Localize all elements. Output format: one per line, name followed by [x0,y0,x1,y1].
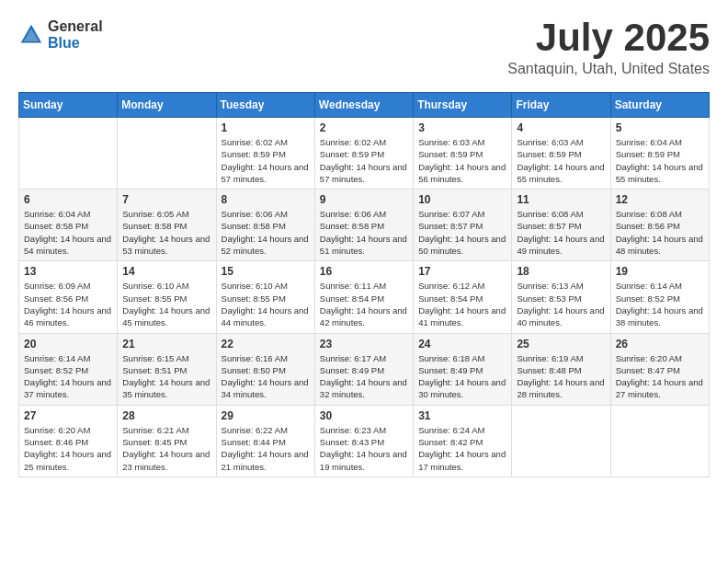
day-info: Sunrise: 6:22 AMSunset: 8:44 PMDaylight:… [222,425,309,472]
day-info: Sunrise: 6:20 AMSunset: 8:47 PMDaylight:… [616,353,703,400]
day-info: Sunrise: 6:15 AMSunset: 8:51 PMDaylight:… [122,353,210,400]
calendar-cell: 22 Sunrise: 6:16 AMSunset: 8:50 PMDaylig… [216,333,314,405]
calendar-cell: 26 Sunrise: 6:20 AMSunset: 8:47 PMDaylig… [610,333,709,405]
day-number: 23 [320,338,408,350]
calendar-cell: 19 Sunrise: 6:14 AMSunset: 8:52 PMDaylig… [610,261,709,333]
calendar-cell [512,405,610,477]
logo: General Blue [18,18,103,51]
calendar-cell: 21 Sunrise: 6:15 AMSunset: 8:51 PMDaylig… [118,333,216,405]
logo-icon [18,22,44,48]
calendar-cell: 9 Sunrise: 6:06 AMSunset: 8:58 PMDayligh… [314,190,413,261]
day-number: 21 [122,338,210,350]
day-info: Sunrise: 6:19 AMSunset: 8:48 PMDaylight:… [517,353,604,400]
day-number: 5 [616,121,704,134]
day-info: Sunrise: 6:13 AMSunset: 8:53 PMDaylight:… [517,281,604,327]
calendar-cell: 18 Sunrise: 6:13 AMSunset: 8:53 PMDaylig… [512,261,610,333]
weekday-header: Monday [118,93,216,118]
day-number: 17 [418,265,506,278]
day-number: 13 [24,265,112,278]
calendar-cell: 5 Sunrise: 6:04 AMSunset: 8:59 PMDayligh… [610,118,709,190]
logo-text: General Blue [48,18,103,51]
calendar-cell: 28 Sunrise: 6:21 AMSunset: 8:45 PMDaylig… [118,405,216,477]
day-number: 11 [517,193,605,206]
day-info: Sunrise: 6:11 AMSunset: 8:54 PMDaylight:… [320,281,407,327]
day-info: Sunrise: 6:14 AMSunset: 8:52 PMDaylight:… [24,353,111,400]
day-info: Sunrise: 6:09 AMSunset: 8:56 PMDaylight:… [24,281,111,327]
calendar-week-row: 27 Sunrise: 6:20 AMSunset: 8:46 PMDaylig… [19,405,710,477]
day-info: Sunrise: 6:10 AMSunset: 8:55 PMDaylight:… [122,281,210,327]
calendar-week-row: 20 Sunrise: 6:14 AMSunset: 8:52 PMDaylig… [19,333,710,405]
day-number: 10 [418,193,506,206]
day-info: Sunrise: 6:03 AMSunset: 8:59 PMDaylight:… [517,137,604,184]
day-number: 4 [517,121,605,134]
logo-general: General [48,18,103,35]
weekday-header: Wednesday [314,93,413,118]
day-number: 1 [222,121,310,134]
day-number: 2 [320,121,408,134]
calendar-cell: 13 Sunrise: 6:09 AMSunset: 8:56 PMDaylig… [19,261,118,333]
calendar-cell: 7 Sunrise: 6:05 AMSunset: 8:58 PMDayligh… [118,190,216,261]
day-number: 7 [122,193,210,206]
calendar-cell: 14 Sunrise: 6:10 AMSunset: 8:55 PMDaylig… [118,261,216,333]
calendar-week-row: 13 Sunrise: 6:09 AMSunset: 8:56 PMDaylig… [19,261,710,333]
calendar-cell: 31 Sunrise: 6:24 AMSunset: 8:42 PMDaylig… [414,405,512,477]
day-info: Sunrise: 6:04 AMSunset: 8:59 PMDaylight:… [616,137,703,184]
day-info: Sunrise: 6:24 AMSunset: 8:42 PMDaylight:… [418,425,506,472]
day-number: 20 [24,338,112,350]
calendar-cell: 1 Sunrise: 6:02 AMSunset: 8:59 PMDayligh… [216,118,314,190]
calendar-week-row: 1 Sunrise: 6:02 AMSunset: 8:59 PMDayligh… [19,118,710,190]
day-info: Sunrise: 6:14 AMSunset: 8:52 PMDaylight:… [616,281,703,327]
day-info: Sunrise: 6:06 AMSunset: 8:58 PMDaylight:… [320,209,407,256]
calendar-cell [19,118,118,190]
calendar-cell: 10 Sunrise: 6:07 AMSunset: 8:57 PMDaylig… [414,190,512,261]
day-number: 29 [222,409,310,422]
weekday-header: Saturday [610,93,709,118]
logo-blue: Blue [48,35,103,52]
calendar-cell: 15 Sunrise: 6:10 AMSunset: 8:55 PMDaylig… [216,261,314,333]
day-info: Sunrise: 6:23 AMSunset: 8:43 PMDaylight:… [320,425,407,472]
calendar-cell: 6 Sunrise: 6:04 AMSunset: 8:58 PMDayligh… [19,190,118,261]
day-number: 15 [222,265,310,278]
day-info: Sunrise: 6:17 AMSunset: 8:49 PMDaylight:… [320,353,407,400]
day-info: Sunrise: 6:18 AMSunset: 8:49 PMDaylight:… [418,353,506,400]
day-number: 31 [418,409,506,422]
day-info: Sunrise: 6:04 AMSunset: 8:58 PMDaylight:… [24,209,111,256]
day-info: Sunrise: 6:20 AMSunset: 8:46 PMDaylight:… [24,425,111,472]
day-info: Sunrise: 6:03 AMSunset: 8:59 PMDaylight:… [418,137,506,184]
day-info: Sunrise: 6:08 AMSunset: 8:56 PMDaylight:… [616,209,703,256]
weekday-header: Thursday [414,93,512,118]
day-info: Sunrise: 6:21 AMSunset: 8:45 PMDaylight:… [122,425,210,472]
calendar-cell: 20 Sunrise: 6:14 AMSunset: 8:52 PMDaylig… [19,333,118,405]
day-info: Sunrise: 6:16 AMSunset: 8:50 PMDaylight:… [222,353,309,400]
weekday-header-row: SundayMondayTuesdayWednesdayThursdayFrid… [19,93,710,118]
calendar-cell: 2 Sunrise: 6:02 AMSunset: 8:59 PMDayligh… [314,118,413,190]
calendar-cell: 27 Sunrise: 6:20 AMSunset: 8:46 PMDaylig… [19,405,118,477]
day-number: 30 [320,409,408,422]
calendar-cell: 3 Sunrise: 6:03 AMSunset: 8:59 PMDayligh… [414,118,512,190]
day-info: Sunrise: 6:02 AMSunset: 8:59 PMDaylight:… [222,137,309,184]
month-title: July 2025 [507,18,710,57]
weekday-header: Sunday [19,93,118,118]
day-number: 12 [616,193,704,206]
calendar-table: SundayMondayTuesdayWednesdayThursdayFrid… [18,92,710,477]
calendar-week-row: 6 Sunrise: 6:04 AMSunset: 8:58 PMDayligh… [19,190,710,261]
calendar-cell: 16 Sunrise: 6:11 AMSunset: 8:54 PMDaylig… [314,261,413,333]
calendar-cell: 24 Sunrise: 6:18 AMSunset: 8:49 PMDaylig… [414,333,512,405]
day-number: 26 [616,338,704,350]
day-number: 19 [616,265,704,278]
day-number: 16 [320,265,408,278]
calendar-cell: 25 Sunrise: 6:19 AMSunset: 8:48 PMDaylig… [512,333,610,405]
calendar-cell: 30 Sunrise: 6:23 AMSunset: 8:43 PMDaylig… [314,405,413,477]
day-info: Sunrise: 6:10 AMSunset: 8:55 PMDaylight:… [222,281,309,327]
day-number: 27 [24,409,112,422]
calendar-cell: 23 Sunrise: 6:17 AMSunset: 8:49 PMDaylig… [314,333,413,405]
page-header: General Blue July 2025 Santaquin, Utah, … [18,18,710,77]
title-block: July 2025 Santaquin, Utah, United States [507,18,710,77]
day-number: 24 [418,338,506,350]
day-info: Sunrise: 6:02 AMSunset: 8:59 PMDaylight:… [320,137,407,184]
day-number: 25 [517,338,605,350]
weekday-header: Friday [512,93,610,118]
calendar-cell [118,118,216,190]
calendar-cell: 4 Sunrise: 6:03 AMSunset: 8:59 PMDayligh… [512,118,610,190]
calendar-cell: 29 Sunrise: 6:22 AMSunset: 8:44 PMDaylig… [216,405,314,477]
